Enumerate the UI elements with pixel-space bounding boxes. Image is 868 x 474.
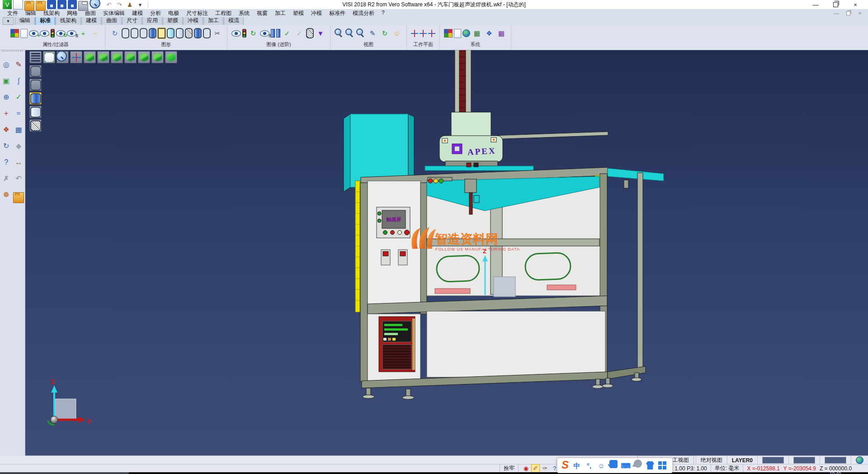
- open-file-icon[interactable]: [24, 1, 34, 11]
- toggle-visibility-icon[interactable]: [67, 30, 76, 37]
- render-wireframe-button[interactable]: [29, 65, 42, 77]
- recycle-view-icon[interactable]: [203, 28, 211, 38]
- advanced-check-2-icon[interactable]: ✓: [294, 28, 305, 39]
- ime-mic-icon[interactable]: [609, 460, 618, 468]
- undo-icon[interactable]: ↶: [104, 0, 113, 9]
- zoom-previous-icon[interactable]: [335, 28, 341, 35]
- save-icon[interactable]: [47, 0, 56, 9]
- redo-icon[interactable]: ↷: [115, 0, 124, 9]
- save-all-icon[interactable]: [68, 0, 77, 9]
- visi-logo-icon[interactable]: V: [3, 0, 12, 9]
- system-settings-icon[interactable]: [462, 29, 470, 37]
- filter-traffic-light-icon[interactable]: [51, 29, 55, 38]
- transparent-view-icon[interactable]: [167, 28, 175, 38]
- ime-chinese-icon[interactable]: 中: [573, 461, 581, 469]
- view-cube-left-button[interactable]: [138, 51, 150, 63]
- viewport-3d[interactable]: APEX: [25, 49, 868, 456]
- spline-edit-icon[interactable]: ≈: [14, 109, 24, 118]
- advanced-bar-1-icon[interactable]: [271, 29, 275, 38]
- wireframe-view-1-icon[interactable]: [122, 28, 129, 38]
- units-cell[interactable]: 单位: 毫米: [711, 465, 743, 472]
- solid-view-icon[interactable]: ◆: [14, 141, 24, 151]
- print-preview-icon[interactable]: [90, 0, 100, 9]
- ime-skin-icon[interactable]: [646, 461, 654, 469]
- menu-item-16[interactable]: 冲模: [307, 9, 326, 18]
- ime-account-icon[interactable]: [634, 460, 642, 468]
- menu-item-19[interactable]: ?: [378, 9, 388, 18]
- hidden-line-view-icon[interactable]: [176, 28, 184, 38]
- grid-settings-icon[interactable]: ▦: [496, 28, 507, 39]
- print-icon[interactable]: [78, 1, 88, 11]
- view-cube-iso-button[interactable]: [165, 51, 177, 63]
- ime-keyboard-icon[interactable]: ⌨: [622, 461, 630, 469]
- windows-taskbar-edge[interactable]: 10:40: [0, 472, 868, 474]
- mdi-minimize-button[interactable]: —: [833, 10, 840, 16]
- workplane-edit-icon[interactable]: [428, 30, 435, 37]
- zoom-all-icon[interactable]: [345, 28, 352, 35]
- mdi-close-button[interactable]: ×: [856, 10, 863, 16]
- import-file-icon[interactable]: [36, 1, 46, 11]
- wireframe-view-3-icon[interactable]: [140, 28, 147, 38]
- mesh-view-icon[interactable]: [185, 28, 193, 38]
- menu-item-11[interactable]: 工程图: [212, 9, 235, 18]
- view-smiley-icon[interactable]: ☺: [392, 28, 402, 39]
- attributes-layers-icon[interactable]: ❖: [1, 125, 11, 135]
- snapshot-icon[interactable]: ♟: [125, 0, 134, 9]
- view-cube-bottom-button[interactable]: [97, 51, 109, 63]
- qat-dropdown-icon[interactable]: ▾: [136, 0, 145, 9]
- menu-item-10[interactable]: 尺寸标注: [183, 9, 212, 18]
- snap-settings-icon[interactable]: ❖: [484, 28, 495, 39]
- show-all-icon[interactable]: +: [78, 28, 89, 39]
- hide-entities-icon[interactable]: [40, 30, 49, 37]
- status-paint-icon[interactable]: ✐: [532, 465, 539, 472]
- new-document-icon[interactable]: [13, 0, 23, 9]
- open-project-icon[interactable]: [13, 192, 24, 203]
- view-cube-back-button[interactable]: [124, 51, 137, 63]
- advanced-show-icon[interactable]: [231, 30, 241, 37]
- view-refresh-icon[interactable]: ↻: [379, 28, 390, 39]
- advanced-mesh-icon[interactable]: [306, 28, 314, 38]
- render-shaded-button[interactable]: [29, 92, 42, 104]
- render-mesh-button[interactable]: [29, 119, 42, 132]
- menu-item-13[interactable]: 视窗: [253, 9, 271, 18]
- menu-item-17[interactable]: 标准件: [326, 9, 349, 18]
- lock-cell[interactable]: 拴牢: [500, 465, 518, 472]
- attribute-page-icon[interactable]: [20, 29, 28, 38]
- window-close-button[interactable]: ×: [845, 0, 865, 9]
- advanced-toggle-icon[interactable]: [260, 30, 269, 37]
- window-minimize-button[interactable]: —: [806, 0, 826, 9]
- navigate-wheel-icon[interactable]: ☸: [1, 190, 11, 200]
- view-menu-button[interactable]: [29, 51, 42, 63]
- color-table-icon[interactable]: [444, 29, 453, 38]
- preview-zoom-icon[interactable]: ◎: [1, 60, 11, 70]
- globe-cell[interactable]: [851, 456, 868, 465]
- zoom-options-icon[interactable]: ⊕: [1, 92, 11, 102]
- layer-color-swatch-1[interactable]: [757, 456, 788, 465]
- confirm-ok-icon[interactable]: ✓: [14, 92, 24, 102]
- refresh-visibility-icon[interactable]: [56, 30, 66, 37]
- advanced-check-1-icon[interactable]: ✓: [282, 28, 292, 39]
- menu-item-18[interactable]: 模流分析: [349, 9, 378, 18]
- zoom-dynamic-button[interactable]: [57, 51, 69, 63]
- table-settings-icon[interactable]: ▦: [472, 28, 482, 39]
- absolute-view-cell[interactable]: 绝对视图: [696, 456, 727, 465]
- regen-refresh-icon[interactable]: ↻: [1, 141, 11, 151]
- view-sketch-icon[interactable]: ✎: [367, 28, 378, 39]
- sketch-edit-icon[interactable]: ✎: [14, 60, 24, 70]
- fit-view-button[interactable]: [43, 51, 55, 63]
- menu-item-9[interactable]: 电极: [165, 9, 183, 18]
- wireframe-view-2-icon[interactable]: [131, 28, 138, 38]
- measure-distance-icon[interactable]: ↔: [14, 157, 24, 167]
- view-cube-right-button[interactable]: [151, 51, 164, 63]
- status-pick-icon[interactable]: ✑: [541, 465, 549, 472]
- mdi-restore-button[interactable]: [844, 10, 852, 16]
- ime-emoji-icon[interactable]: ☺: [597, 461, 605, 469]
- sogou-logo-icon[interactable]: S: [561, 459, 569, 471]
- window-restore-button[interactable]: [826, 0, 845, 9]
- render-shaded-light-button[interactable]: [29, 106, 42, 118]
- advanced-cone-icon[interactable]: ▼: [315, 28, 326, 39]
- shaded-view-icon[interactable]: [149, 28, 156, 38]
- view-cube-front-button[interactable]: [111, 51, 123, 63]
- undo-action-icon[interactable]: ↶: [14, 174, 24, 184]
- attributes-palette-icon[interactable]: [10, 29, 19, 38]
